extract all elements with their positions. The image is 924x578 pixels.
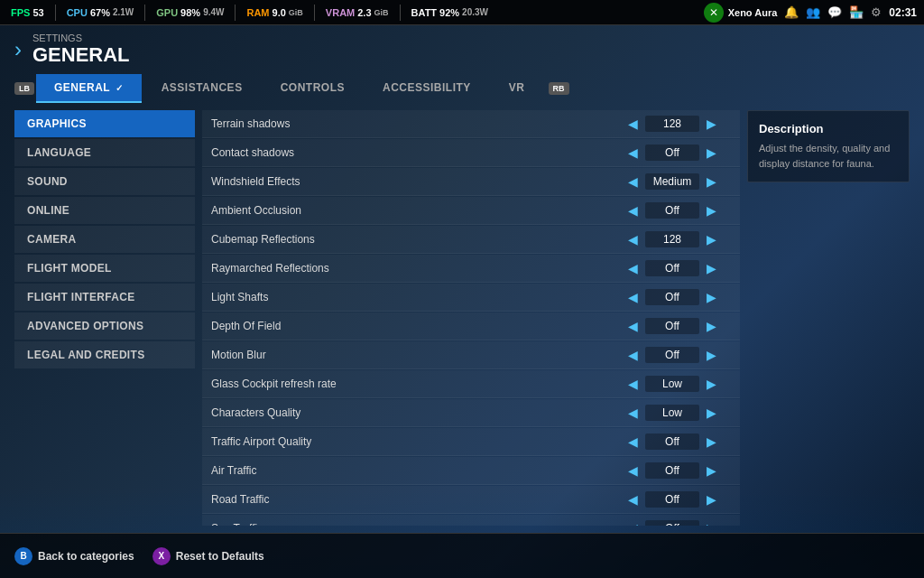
setting-right-arrow[interactable]: ▶	[703, 174, 720, 189]
setting-value: Off	[645, 318, 699, 334]
setting-left-arrow[interactable]: ◀	[624, 117, 642, 131]
setting-right-arrow[interactable]: ▶	[703, 406, 720, 420]
setting-left-arrow[interactable]: ◀	[624, 174, 642, 189]
setting-row[interactable]: Terrain shadows◀128▶	[202, 110, 740, 138]
setting-right-arrow[interactable]: ▶	[703, 203, 720, 218]
setting-row[interactable]: Motion Blur◀Off▶	[202, 341, 740, 369]
back-label: Back to categories	[38, 550, 134, 563]
tab-vr[interactable]: VR	[491, 74, 543, 103]
setting-left-arrow[interactable]: ◀	[624, 261, 642, 275]
bell-icon[interactable]: 🔔	[784, 5, 799, 19]
hud-div5	[400, 5, 401, 21]
store-icon[interactable]: 🏪	[849, 5, 864, 19]
setting-right-arrow[interactable]: ▶	[703, 117, 720, 131]
tab-controls[interactable]: Controls	[263, 74, 363, 103]
b-badge: B	[14, 547, 32, 565]
setting-right-arrow[interactable]: ▶	[703, 261, 720, 275]
setting-control: ◀Off▶	[614, 434, 731, 450]
setting-left-arrow[interactable]: ◀	[624, 521, 642, 526]
fps-value: 53	[32, 7, 43, 18]
setting-right-arrow[interactable]: ▶	[703, 521, 720, 526]
setting-left-arrow[interactable]: ◀	[624, 232, 642, 247]
setting-left-arrow[interactable]: ◀	[624, 492, 642, 507]
setting-row[interactable]: Sea Traffic◀Off▶	[202, 515, 740, 526]
setting-right-arrow[interactable]: ▶	[703, 319, 720, 333]
setting-row[interactable]: Depth Of Field◀Off▶	[202, 312, 740, 340]
setting-name: Motion Blur	[211, 349, 614, 361]
setting-name: Traffic Airport Quality	[211, 435, 614, 448]
setting-right-arrow[interactable]: ▶	[703, 232, 720, 247]
sidebar-item-advanced-options[interactable]: Advanced Options	[14, 312, 195, 340]
description-text: Adjust the density, quality and display …	[759, 141, 898, 171]
setting-value: Off	[645, 462, 699, 479]
hud-div4	[314, 5, 315, 21]
sidebar-item-camera[interactable]: Camera	[14, 226, 195, 253]
setting-right-arrow[interactable]: ▶	[703, 434, 720, 449]
vram-exp: GiB	[374, 8, 389, 17]
gpu-watt: 9.4W	[203, 7, 224, 17]
setting-control: ◀Low▶	[614, 405, 731, 421]
sidebar-item-language[interactable]: Language	[14, 139, 195, 166]
tab-assistances[interactable]: Assistances	[143, 74, 261, 103]
sidebar-item-flight-interface[interactable]: Flight Interface	[14, 284, 195, 311]
hud-div1	[55, 5, 56, 21]
hud-vram: VRAM 2.3 GiB	[322, 7, 393, 18]
setting-name: Road Traffic	[211, 493, 614, 506]
setting-row[interactable]: Characters Quality◀Low▶	[202, 399, 740, 427]
username: Xeno Aura	[728, 7, 778, 18]
tab-general[interactable]: General✓	[36, 74, 142, 103]
setting-control: ◀Off▶	[614, 289, 731, 305]
setting-row[interactable]: Air Traffic◀Off▶	[202, 457, 740, 485]
reset-button[interactable]: X Reset to Defaults	[152, 547, 264, 565]
tab-accessibility[interactable]: Accessibility	[365, 74, 489, 103]
setting-row[interactable]: Road Traffic◀Off▶	[202, 486, 740, 514]
setting-left-arrow[interactable]: ◀	[624, 434, 642, 449]
setting-left-arrow[interactable]: ◀	[624, 290, 642, 304]
settings-header: › Settings General	[0, 25, 924, 74]
setting-right-arrow[interactable]: ▶	[703, 377, 720, 391]
setting-row[interactable]: Cubemap Reflections◀128▶	[202, 226, 740, 254]
cpu-label: CPU	[67, 7, 88, 18]
setting-row[interactable]: Light Shafts◀Off▶	[202, 284, 740, 312]
setting-value: 128	[645, 231, 699, 247]
setting-value: Off	[645, 260, 699, 276]
sidebar-item-legal-and-credits[interactable]: Legal and Credits	[14, 341, 195, 368]
ram-exp: GiB	[289, 8, 303, 17]
sidebar-item-flight-model[interactable]: Flight Model	[14, 255, 195, 282]
setting-row[interactable]: Ambient Occlusion◀Off▶	[202, 197, 740, 225]
sidebar-item-graphics[interactable]: Graphics	[14, 110, 195, 137]
setting-left-arrow[interactable]: ◀	[624, 145, 642, 160]
setting-left-arrow[interactable]: ◀	[624, 203, 642, 218]
setting-name: Ambient Occlusion	[211, 204, 614, 217]
setting-control: ◀Off▶	[614, 260, 731, 276]
setting-name: Sea Traffic	[211, 522, 614, 526]
setting-left-arrow[interactable]: ◀	[624, 348, 642, 362]
setting-left-arrow[interactable]: ◀	[624, 463, 642, 478]
setting-left-arrow[interactable]: ◀	[624, 377, 642, 391]
setting-right-arrow[interactable]: ▶	[703, 145, 720, 160]
setting-right-arrow[interactable]: ▶	[703, 463, 720, 478]
setting-row[interactable]: Traffic Airport Quality◀Off▶	[202, 428, 740, 456]
batt-label: BATT	[411, 7, 438, 18]
setting-right-arrow[interactable]: ▶	[703, 290, 720, 304]
back-button[interactable]: B Back to categories	[14, 547, 134, 565]
sidebar-item-online[interactable]: Online	[14, 197, 195, 224]
setting-name: Glass Cockpit refresh rate	[211, 378, 614, 390]
hud-gpu: GPU 98% 9.4W	[152, 7, 227, 18]
gear-icon[interactable]: ⚙	[871, 5, 882, 19]
setting-value: Off	[645, 434, 699, 450]
setting-right-arrow[interactable]: ▶	[703, 492, 720, 507]
setting-right-arrow[interactable]: ▶	[703, 348, 720, 362]
setting-value: 128	[645, 116, 699, 132]
chat-icon[interactable]: 💬	[827, 5, 842, 19]
setting-row[interactable]: Windshield Effects◀Medium▶	[202, 168, 740, 196]
setting-row[interactable]: Glass Cockpit refresh rate◀Low▶	[202, 370, 740, 398]
xbox-logo: ✕	[704, 3, 724, 23]
setting-row[interactable]: Contact shadows◀Off▶	[202, 139, 740, 167]
setting-left-arrow[interactable]: ◀	[624, 406, 642, 420]
people-icon[interactable]: 👥	[806, 5, 820, 19]
setting-left-arrow[interactable]: ◀	[624, 319, 642, 333]
setting-name: Raymarched Reflections	[211, 262, 614, 275]
setting-row[interactable]: Raymarched Reflections◀Off▶	[202, 255, 740, 283]
sidebar-item-sound[interactable]: Sound	[14, 168, 195, 195]
